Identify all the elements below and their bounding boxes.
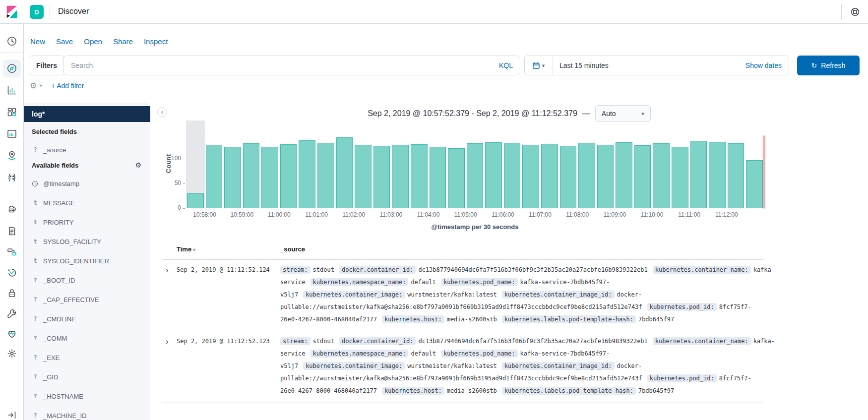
field-item-source[interactable]: ?_source: [28, 143, 146, 156]
time-range-value[interactable]: Last 15 minutes: [559, 61, 609, 69]
histogram-bar[interactable]: [186, 119, 205, 208]
canvas-icon[interactable]: [6, 128, 18, 140]
title-separator: —: [582, 109, 590, 118]
histogram-bar[interactable]: [316, 119, 335, 208]
calendar-menu-button[interactable]: ▾: [525, 56, 553, 75]
field-item-boot_id[interactable]: ?_BOOT_ID: [28, 274, 146, 287]
index-pattern-selector[interactable]: log*: [24, 106, 150, 122]
uptime-icon[interactable]: [6, 266, 18, 278]
histogram-bar[interactable]: [410, 119, 429, 208]
nav-rail: [0, 24, 24, 420]
bar-fill: [336, 137, 353, 208]
expand-row-button[interactable]: ›: [162, 264, 177, 326]
bar-fill: [448, 148, 465, 208]
menu-item-share[interactable]: Share: [113, 37, 133, 46]
histogram-bar[interactable]: [559, 119, 578, 208]
menu-item-open[interactable]: Open: [84, 37, 102, 46]
field-item-cmdline[interactable]: ?_CMDLINE: [28, 312, 146, 325]
logs-icon[interactable]: [6, 225, 18, 237]
field-item-syslog_identifier[interactable]: tSYSLOG_IDENTIFIER: [28, 254, 146, 267]
histogram-bar[interactable]: [242, 119, 261, 208]
histogram-bar[interactable]: [633, 119, 652, 208]
histogram-bar[interactable]: [521, 119, 540, 208]
histogram-bar[interactable]: [429, 119, 447, 208]
histogram-plot: [186, 119, 764, 208]
field-settings-gear-icon[interactable]: ⚙: [135, 161, 141, 169]
help-icon[interactable]: [846, 5, 864, 18]
bar-fill: [355, 145, 372, 208]
histogram-bar[interactable]: [596, 119, 615, 208]
field-item-exe[interactable]: ?_EXE: [28, 351, 146, 364]
menu-item-save[interactable]: Save: [56, 37, 73, 46]
bar-fill: [616, 142, 632, 208]
histogram-bar[interactable]: [354, 119, 372, 208]
collapse-nav-icon[interactable]: [6, 409, 18, 420]
bar-fill: [206, 145, 223, 208]
add-filter-button[interactable]: + Add filter: [51, 82, 84, 90]
histogram-bar[interactable]: [652, 119, 671, 208]
recently-viewed-icon[interactable]: [6, 35, 18, 47]
show-dates-button[interactable]: Show dates: [745, 61, 782, 69]
histogram-bar[interactable]: [689, 119, 708, 208]
field-item-priority[interactable]: tPRIORITY: [28, 216, 146, 229]
histogram-bar[interactable]: [745, 119, 764, 208]
search-input[interactable]: [70, 61, 499, 70]
histogram-bar[interactable]: [727, 119, 745, 208]
time-column-header[interactable]: Time▾: [177, 245, 195, 253]
field-item-syslog_facility[interactable]: tSYSLOG_FACILITY: [28, 235, 146, 248]
machine-learning-icon[interactable]: [6, 172, 18, 183]
app-breadcrumb-badge[interactable]: D: [30, 5, 44, 19]
histogram-bar[interactable]: [205, 119, 224, 208]
filter-settings-gear-icon[interactable]: ⚙: [30, 81, 37, 90]
field-item-cap_effective[interactable]: ?_CAP_EFFECTIVE: [28, 293, 146, 306]
histogram-bar[interactable]: [708, 119, 727, 208]
histogram-bar[interactable]: [577, 119, 596, 208]
histogram-bar[interactable]: [372, 119, 391, 208]
histogram-bar[interactable]: [671, 119, 689, 208]
menu-item-new[interactable]: New: [30, 37, 45, 46]
source-field-key: kubernetes.host:: [382, 315, 444, 323]
field-item-message[interactable]: tMESSAGE: [28, 196, 146, 209]
field-item-hostname[interactable]: ?_HOSTNAME: [28, 390, 146, 403]
chevron-down-icon[interactable]: ▾: [40, 83, 42, 88]
field-item-machine_id[interactable]: ?_MACHINE_ID: [28, 409, 146, 420]
visualize-icon[interactable]: [6, 84, 18, 96]
maps-icon[interactable]: [6, 150, 18, 162]
histogram-bar[interactable]: [540, 119, 559, 208]
fields-sidebar: log* Selected fields ?_source Available …: [24, 103, 150, 420]
histogram-bar[interactable]: [391, 119, 410, 208]
x-tick-label: 11:07:00: [529, 211, 552, 218]
filters-button[interactable]: Filters: [29, 56, 64, 75]
field-item-comm[interactable]: ?_COMM: [28, 332, 146, 345]
field-item-gid[interactable]: ?_GID: [28, 370, 146, 383]
histogram-bar[interactable]: [335, 119, 354, 208]
histogram-bar[interactable]: [484, 119, 503, 208]
kql-toggle[interactable]: KQL: [499, 61, 513, 69]
management-icon[interactable]: [6, 348, 18, 360]
histogram-bar[interactable]: [279, 119, 298, 208]
menu-item-inspect[interactable]: Inspect: [144, 37, 168, 46]
histogram-bar[interactable]: [615, 119, 633, 208]
field-item-@timestamp[interactable]: @timestamp: [28, 177, 146, 190]
stack-monitoring-icon[interactable]: [6, 328, 18, 340]
histogram-bar[interactable]: [466, 119, 485, 208]
discover-icon[interactable]: [3, 60, 21, 77]
refresh-button[interactable]: ↻ Refresh: [797, 56, 860, 75]
apm-icon[interactable]: [6, 246, 18, 258]
expand-row-button[interactable]: ›: [162, 335, 177, 397]
histogram-bar[interactable]: [503, 119, 522, 208]
histogram-bar[interactable]: [223, 119, 242, 208]
calendar-icon: [532, 61, 540, 69]
date-picker: ▾ Last 15 minutes Show dates: [524, 56, 789, 75]
dev-tools-icon[interactable]: [6, 307, 18, 319]
histogram-bar[interactable]: [298, 119, 316, 208]
metrics-icon[interactable]: [6, 202, 18, 214]
breadcrumb-divider: [50, 4, 50, 20]
kibana-logo-icon[interactable]: [4, 4, 19, 19]
siem-icon[interactable]: [6, 287, 18, 299]
x-tick-label: 11:09:00: [603, 211, 626, 218]
header-divider: [841, 4, 842, 20]
histogram-bar[interactable]: [447, 119, 466, 208]
histogram-bar[interactable]: [260, 119, 279, 208]
dashboard-icon[interactable]: [6, 106, 18, 118]
